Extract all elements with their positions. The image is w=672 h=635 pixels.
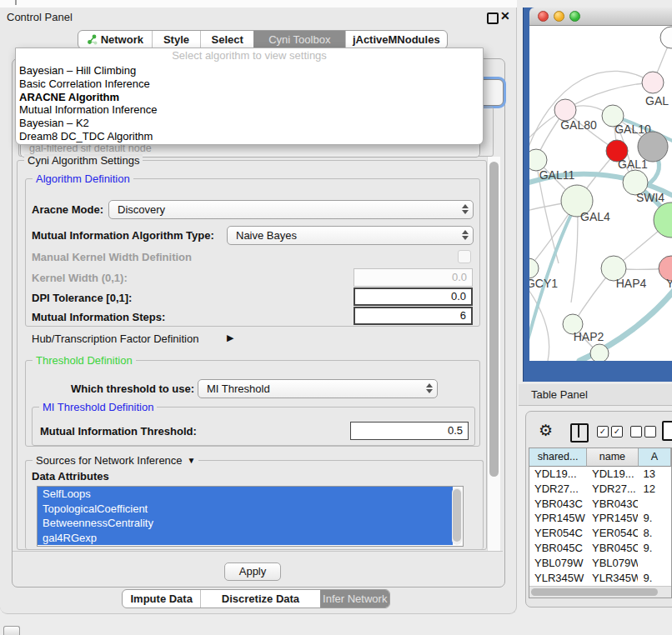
tab-style[interactable]: Style: [152, 31, 201, 48]
close-window-icon[interactable]: ✕: [500, 9, 510, 22]
apply-button[interactable]: Apply: [224, 562, 281, 581]
table-header-row: shared... name A: [529, 448, 671, 467]
table-row[interactable]: YLR345WYLR345W9.: [529, 571, 671, 586]
node-label: GAL80: [560, 118, 597, 132]
tab-network[interactable]: Network: [78, 31, 152, 48]
hub-disclosure-icon[interactable]: ▶: [227, 332, 233, 343]
gear-icon[interactable]: ⚙: [539, 421, 553, 440]
attribute-item[interactable]: gal4RGexp: [38, 531, 453, 546]
aracne-mode-label: Aracne Mode:: [32, 203, 103, 216]
network-node[interactable]: [660, 27, 672, 48]
table-cell: YDL19...: [587, 467, 638, 482]
table-row[interactable]: YDR27...YDR27...12: [529, 482, 671, 497]
tab-infer-network[interactable]: Infer Network: [320, 590, 389, 608]
tab-jactivemnodules[interactable]: jActiveMNodules: [345, 31, 447, 48]
node-label: GAL4: [580, 210, 610, 223]
kernel-width-label: Kernel Width (0,1):: [32, 272, 128, 284]
table-row[interactable]: YBR045CYBR045C9.: [529, 541, 671, 556]
aracne-mode-select[interactable]: Discovery: [108, 200, 474, 219]
tab-style-label: Style: [163, 33, 189, 46]
algorithm-option[interactable]: ARACNE Algorithm: [16, 91, 483, 104]
tab-infer-network-label: Infer Network: [323, 592, 387, 605]
node-label: HAP2: [574, 330, 604, 343]
mi-threshold-field[interactable]: 0.5: [350, 422, 469, 440]
which-threshold-select[interactable]: MI Threshold: [198, 379, 438, 398]
close-traffic-light-icon[interactable]: [538, 11, 549, 22]
column-header-partial[interactable]: A: [639, 448, 671, 467]
settings-scrollbar-thumb[interactable]: [489, 162, 499, 477]
attribute-item[interactable]: TopologicalCoefficient: [38, 502, 453, 517]
float-window-icon[interactable]: [487, 12, 499, 24]
tab-select-label: Select: [212, 33, 243, 46]
node-label: Y: [666, 277, 672, 290]
which-threshold-label: Which threshold to use:: [71, 382, 194, 395]
attribute-item[interactable]: BetweennessCentrality: [38, 516, 453, 531]
zoom-traffic-light-icon[interactable]: [569, 11, 580, 22]
network-view-canvas[interactable]: GALGAL80GAL10GAL1GAL11SWI4GAL4GCY1HAP4YH…: [529, 26, 672, 361]
network-node[interactable]: [590, 344, 609, 361]
table-row[interactable]: YER054CYER054C8.: [529, 526, 671, 541]
select-all-checkbox-icon[interactable]: ✓: [597, 426, 609, 438]
deselect-checkbox-icon[interactable]: [630, 426, 642, 438]
table-row[interactable]: YDL19...YDL19...13: [529, 467, 671, 482]
algorithm-option[interactable]: Bayesian – Hill Climbing: [16, 64, 483, 78]
column-header-shared-name[interactable]: shared...: [529, 448, 587, 467]
mi-type-select[interactable]: Naive Bayes: [227, 226, 474, 245]
stepper-icon: [462, 230, 469, 240]
tab-discretize-data[interactable]: Discretize Data: [200, 590, 319, 608]
table-cell: YBL079W: [587, 556, 638, 571]
network-node-gal[interactable]: [642, 72, 664, 93]
dpi-tolerance-field[interactable]: 0.0: [354, 288, 473, 306]
data-attributes-list[interactable]: SelfLoopsTopologicalCoefficientBetweenne…: [37, 486, 464, 547]
algorithm-option[interactable]: Dream8 DC_TDC Algorithm: [16, 130, 483, 143]
kernel-width-field[interactable]: 0.0: [354, 268, 473, 287]
file-icon[interactable]: [662, 421, 672, 441]
column-header-name[interactable]: name: [587, 448, 639, 467]
table-cell: YBR043C: [587, 497, 638, 512]
deselect-checkbox-icon-2[interactable]: [644, 426, 656, 438]
table-cell: [638, 556, 671, 571]
tab-impute-data-label: Impute Data: [131, 592, 193, 605]
table-row[interactable]: YBL079WYBL079W: [529, 556, 671, 571]
cyni-algorithm-settings-title: Cyni Algorithm Settings: [24, 154, 143, 167]
settings-pane-divider: [13, 551, 503, 552]
mi-threshold-group-title: MI Threshold Definition: [39, 401, 157, 413]
top-tick: [15, 0, 17, 5]
settings-scrollbar[interactable]: [487, 157, 500, 551]
minimize-traffic-light-icon[interactable]: [554, 11, 564, 22]
table-body: YDL19...YDL19...13YDR27...YDR27...12YBR0…: [529, 467, 671, 598]
table-row[interactable]: YPR145WYPR145W9.: [529, 511, 671, 526]
table-hscrollbar-thumb[interactable]: [531, 588, 658, 596]
dpi-tolerance-label: DPI Tolerance [0,1]:: [32, 292, 132, 304]
node-label: HAP4: [616, 277, 647, 290]
select-all-checkbox-icon-2[interactable]: ✓: [611, 426, 623, 438]
algorithm-popup-list: Bayesian – Hill ClimbingBasic Correlatio…: [16, 64, 483, 143]
network-node[interactable]: [638, 132, 668, 162]
algorithm-option[interactable]: Bayesian – K2: [16, 117, 483, 130]
columns-icon[interactable]: [570, 423, 589, 442]
table-cell: 9.: [638, 571, 671, 586]
tab-impute-data[interactable]: Impute Data: [123, 590, 200, 608]
network-window-titlebar[interactable]: [529, 8, 672, 26]
table-cell: 9.: [638, 511, 671, 526]
table-panel-titlebar: Table Panel: [519, 384, 672, 406]
attributes-scrollbar-thumb[interactable]: [453, 489, 461, 542]
sources-collapse-icon[interactable]: ▼: [188, 456, 196, 465]
node-label: GAL: [645, 94, 669, 108]
table-cell: 13: [638, 467, 671, 482]
mi-steps-field[interactable]: 6: [354, 307, 473, 325]
node-label: GAL1: [618, 158, 648, 171]
tab-cyni-toolbox[interactable]: Cyni Toolbox: [253, 31, 345, 48]
bottom-corner-button[interactable]: [3, 626, 20, 635]
network-node-gcy1[interactable]: [529, 258, 539, 278]
algorithm-option[interactable]: Mutual Information Inference: [16, 103, 483, 117]
attributes-scrollbar[interactable]: [452, 488, 462, 545]
table-hscrollbar[interactable]: [529, 586, 671, 598]
algorithm-option[interactable]: Basic Correlation Inference: [16, 78, 483, 91]
attribute-item[interactable]: SelfLoops: [38, 487, 453, 502]
tab-select[interactable]: Select: [200, 31, 253, 48]
manual-kernel-checkbox[interactable]: [458, 250, 471, 263]
threshold-definition-title: Threshold Definition: [33, 354, 136, 367]
table-row[interactable]: YBR043CYBR043C: [529, 497, 671, 512]
table-cell: [638, 497, 671, 512]
